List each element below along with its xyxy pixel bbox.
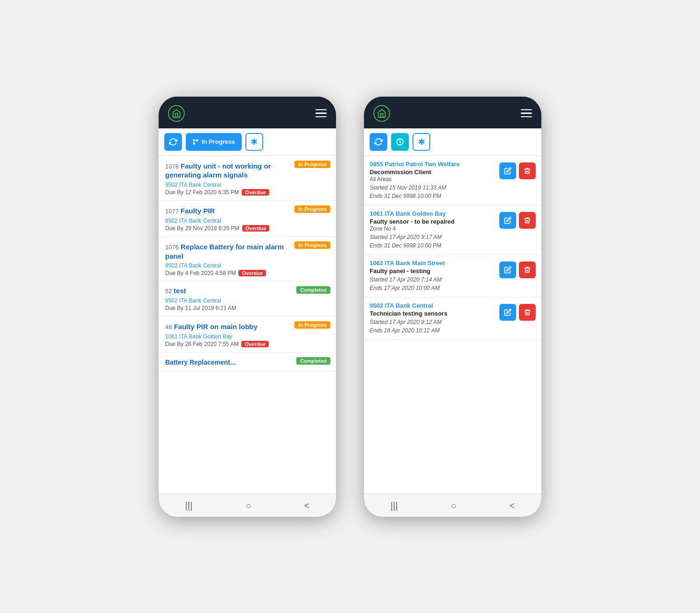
edit-button-1062[interactable] — [499, 261, 516, 278]
job-item-partial: Completed Battery Replacement... — [159, 352, 336, 372]
job-item-48: In Progress 48 Faulty PIR on main lobby … — [159, 317, 336, 352]
schedule-item-0855: 0855 Patriot Patrol Two Welfare Decommis… — [364, 156, 541, 205]
schedule-actions-1062 — [499, 261, 536, 278]
job-location-1076: 9502 ITA Bank Central — [165, 262, 329, 269]
hamburger-menu-right[interactable] — [521, 109, 532, 118]
job-due-52: Due By 11 Jul 2019 6:21 AM — [165, 305, 329, 311]
toolbar-right: ✱ — [364, 128, 541, 156]
overdue-badge-1078: Overdue — [242, 189, 269, 196]
status-badge-48: In Progress — [294, 321, 330, 329]
schedule-item-9502: 9502 ITA Bank Central Technician testing… — [364, 297, 541, 340]
schedule-item-1061: 1061 ITA Bank Golden Bay Faulty sensor -… — [364, 205, 541, 255]
toolbar-left: In Progress ✱ — [159, 128, 336, 156]
schedule-task-9502: Technician testing sensors — [370, 310, 496, 317]
overdue-badge-1077: Overdue — [242, 225, 270, 232]
schedule-info-9502: 9502 ITA Bank Central Technician testing… — [370, 302, 496, 335]
schedule-task-1061: Faulty sensor - to be repaired — [370, 218, 496, 225]
status-badge-partial: Completed — [296, 357, 330, 365]
job-location-48: 1061 ITA Bank Golden Bay — [165, 333, 329, 340]
schedule-dates-9502: Started 17 Apr 2020 9:12 AM Ends 18 Apr … — [370, 318, 496, 335]
phone-right-header — [364, 97, 541, 128]
inprogress-label: In Progress — [202, 138, 235, 145]
schedule-info-1061: 1061 ITA Bank Golden Bay Faulty sensor -… — [370, 210, 496, 250]
job-location-52: 9502 ITA Bank Central — [165, 297, 329, 304]
schedule-info-1062: 1062 ITA Bank Main Street Faulty panel -… — [370, 260, 496, 292]
schedule-actions-0855 — [499, 162, 536, 179]
nav-home-right[interactable]: ○ — [443, 499, 464, 513]
job-due-48: Due By 28 Feb 2020 7:55 AM Overdue — [165, 341, 329, 347]
edit-button-1061[interactable] — [499, 212, 516, 229]
clock-button-right[interactable] — [391, 133, 409, 151]
status-badge-1076: In Progress — [294, 241, 330, 249]
schedule-actions-9502 — [499, 304, 536, 321]
nav-back-left[interactable]: < — [297, 499, 317, 513]
nav-menu-left[interactable]: ||| — [178, 499, 200, 513]
job-due-1077: Due By 29 Nov 2019 6:26 PM Overdue — [165, 225, 329, 232]
job-list: In Progress 1078 Faulty unit - not worki… — [159, 156, 336, 493]
schedule-item-1062: 1062 ITA Bank Main Street Faulty panel -… — [364, 255, 541, 297]
nav-menu-right[interactable]: ||| — [383, 499, 406, 513]
refresh-button-left[interactable] — [164, 133, 182, 151]
phone-right-content: ✱ 0855 Patriot Patrol Two Welfare Decomm… — [364, 128, 541, 517]
job-item-1078: In Progress 1078 Faulty unit - not worki… — [159, 156, 336, 201]
home-logo-right — [373, 105, 390, 122]
job-location-1077: 9502 ITA Bank Central — [165, 218, 329, 224]
star-button-right[interactable]: ✱ — [413, 133, 430, 151]
delete-button-1062[interactable] — [519, 261, 536, 278]
svg-rect-1 — [196, 139, 198, 141]
delete-button-9502[interactable] — [519, 304, 536, 321]
job-location-1078: 9502 ITA Bank Central — [165, 182, 329, 188]
job-item-52: Completed 52 test 9502 ITA Bank Central … — [159, 282, 336, 317]
job-due-1076: Due By 4 Feb 2020 4:58 PM Overdue — [165, 270, 329, 276]
job-item-1077: In Progress 1077 Faulty PIR 9502 ITA Ban… — [159, 201, 336, 237]
phone-left-nav: ||| ○ < — [159, 493, 336, 517]
job-due-1078: Due By 12 Feb 2020 6:35 PM Overdue — [165, 189, 329, 196]
schedule-id-9502: 9502 ITA Bank Central — [370, 302, 496, 309]
schedule-zone-1061: Zone No 4 — [370, 225, 496, 232]
schedule-list: 0855 Patriot Patrol Two Welfare Decommis… — [364, 156, 541, 493]
svg-rect-2 — [193, 142, 195, 144]
phone-right: ✱ 0855 Patriot Patrol Two Welfare Decomm… — [364, 97, 541, 517]
overdue-badge-48: Overdue — [241, 341, 269, 347]
status-badge-1077: In Progress — [294, 205, 330, 213]
phone-left-content: In Progress ✱ In Progress 1078 Faulty un… — [159, 128, 336, 517]
edit-button-9502[interactable] — [499, 304, 516, 321]
status-badge-1078: In Progress — [294, 161, 330, 168]
job-item-1076: In Progress 1076 Replace Battery for mai… — [159, 237, 336, 282]
home-logo-left — [168, 105, 185, 122]
schedule-dates-1061: Started 17 Apr 2020 9:17 AM Ends 31 Dec … — [370, 233, 496, 250]
schedule-dates-1062: Started 17 Apr 2020 7:14 AM Ends 17 Apr … — [370, 275, 496, 292]
schedule-info-0855: 0855 Patriot Patrol Two Welfare Decommis… — [370, 161, 496, 200]
schedule-id-1062: 1062 ITA Bank Main Street — [370, 260, 496, 267]
phone-right-nav: ||| ○ < — [364, 493, 541, 517]
refresh-button-right[interactable] — [370, 133, 387, 151]
delete-button-1061[interactable] — [519, 212, 536, 229]
nav-home-left[interactable]: ○ — [238, 499, 259, 513]
nav-back-right[interactable]: < — [502, 499, 523, 513]
schedule-dates-0855: Started 15 Nov 2019 11:33 AM Ends 31 Dec… — [370, 183, 496, 200]
inprogress-filter-button[interactable]: In Progress — [186, 133, 242, 151]
hamburger-menu-left[interactable] — [315, 109, 327, 118]
svg-rect-0 — [193, 139, 195, 141]
delete-button-0855[interactable] — [519, 162, 536, 179]
phone-left-header — [159, 97, 336, 128]
star-button-left[interactable]: ✱ — [245, 133, 263, 151]
edit-button-0855[interactable] — [499, 162, 516, 179]
overdue-badge-1076: Overdue — [238, 270, 266, 276]
schedule-actions-1061 — [499, 212, 536, 229]
schedule-task-0855: Decommission Client — [370, 169, 496, 176]
schedule-id-0855: 0855 Patriot Patrol Two Welfare — [370, 161, 496, 168]
status-badge-52: Completed — [296, 286, 330, 294]
schedule-zone-0855: All Areas — [370, 176, 496, 183]
schedule-id-1061: 1061 ITA Bank Golden Bay — [370, 210, 496, 217]
phone-left: In Progress ✱ In Progress 1078 Faulty un… — [159, 97, 336, 517]
schedule-task-1062: Faulty panel - testing — [370, 268, 496, 275]
